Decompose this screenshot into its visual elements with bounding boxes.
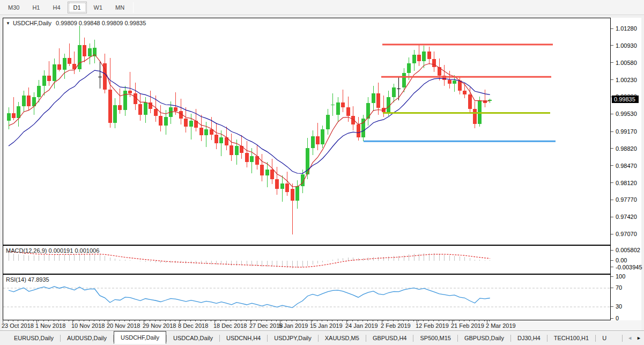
timeframe-toolbar: M30H1H4D1W1MN	[0, 0, 644, 15]
chart-tab-gbpusd-h4[interactable]: GBPUSD,H4	[366, 333, 413, 344]
macd-axis-label-tick	[611, 250, 613, 251]
price-axis-label: 1.01280	[616, 25, 637, 32]
macd-label: MACD(12,26,9) 0.000191 0.001006	[6, 247, 99, 254]
timeframe-button-h4[interactable]: H4	[47, 2, 66, 13]
chart-tab-u[interactable]: U	[596, 333, 608, 344]
price-axis-label-tick	[611, 148, 613, 149]
rsi-axis-label-tick	[611, 318, 613, 319]
price-axis-label-tick	[611, 234, 613, 234]
price-axis-label-tick	[611, 114, 613, 114]
chart-tab-sp500-m15[interactable]: SP500,M15	[413, 333, 457, 344]
chart-tab-xauusd-m5[interactable]: XAUUSD,M5	[319, 333, 366, 344]
price-axis-label: 0.99530	[616, 111, 637, 117]
timeframe-button-h1[interactable]: H1	[26, 2, 46, 13]
timeframe-button-m30[interactable]: M30	[2, 2, 25, 13]
tab-nav-separator	[622, 335, 623, 342]
price-axis-label-tick	[611, 200, 613, 200]
date-axis-label: 29 Nov 2018	[143, 322, 176, 329]
rsi-axis[interactable]: 10070300	[611, 274, 641, 320]
chart-tab-eurusd-daily[interactable]: EURUSD,Daily	[8, 333, 60, 344]
date-axis-label: 5 Jan 2019	[279, 322, 308, 329]
date-axis-label: 21 Feb 2019	[451, 322, 484, 329]
price-axis-label-tick	[611, 217, 613, 217]
price-axis-label-tick	[611, 131, 613, 132]
chart-title: ▼USDCHF,Daily0.99809 0.99848 0.99809 0.9…	[6, 20, 146, 26]
date-axis-label: 23 Oct 2018	[2, 322, 34, 329]
date-axis-label: 2 Feb 2019	[381, 322, 411, 329]
price-axis-label-tick	[611, 45, 613, 46]
date-axis-label: 27 Dec 2018	[249, 322, 283, 329]
price-axis-label: 1.00580	[616, 60, 637, 66]
chart-tab-usdchf-daily[interactable]: USDCHF,Daily	[114, 331, 166, 344]
macd-axis-label-tick	[611, 260, 613, 261]
price-axis-label-tick	[611, 62, 613, 63]
date-axis-label: 18 Dec 2018	[213, 322, 247, 329]
price-axis-label-tick	[611, 79, 613, 80]
rsi-indicator-pane[interactable]: RSI(14) 47.8935	[3, 274, 611, 320]
price-axis-label: 0.98120	[616, 180, 637, 186]
tab-scroll-right-icon[interactable]: ►	[635, 334, 642, 342]
price-axis-label-tick	[611, 165, 613, 166]
price-axis-label: 0.97770	[616, 196, 637, 203]
chart-ohlc-values: 0.99809 0.99848 0.99809 0.99835	[56, 20, 146, 26]
price-axis-label-tick	[611, 28, 613, 29]
chart-tab-usdcad-daily[interactable]: USDCAD,Daily	[167, 333, 219, 344]
macd-axis-label: 0.00	[616, 257, 627, 263]
rsi-axis-label: 30	[616, 303, 622, 310]
rsi-axis-label: 70	[616, 284, 622, 291]
timeframe-button-d1[interactable]: D1	[68, 2, 87, 13]
tab-scroll-left-icon[interactable]: ◄	[626, 334, 633, 342]
chart-tab-bar: EURUSD,DailyAUDUSD,DailyUSDCHF,DailyUSDC…	[0, 332, 644, 345]
chart-symbol-label: USDCHF,Daily	[13, 20, 51, 26]
price-chart-canvas[interactable]	[3, 18, 610, 245]
collapse-arrow-icon[interactable]: ▼	[6, 21, 10, 26]
date-axis-label: 15 Jan 2019	[310, 322, 343, 329]
price-axis-label: 1.00230	[616, 77, 637, 83]
timeframe-button-w1[interactable]: W1	[88, 2, 109, 13]
price-chart-pane[interactable]: ▼USDCHF,Daily0.99809 0.99848 0.99809 0.9…	[3, 18, 611, 245]
date-axis-label: 24 Jan 2019	[345, 322, 378, 329]
price-axis-label: 1.00930	[616, 42, 637, 49]
current-price-box: 0.99835	[612, 96, 639, 103]
date-axis-label: 1 Nov 2018	[35, 322, 65, 329]
date-axis-label: 8 Dec 2018	[178, 322, 208, 329]
macd-axis-label-tick	[611, 267, 613, 267]
tab-scroll-nav: ◄►	[622, 334, 642, 342]
price-axis-label: 0.99170	[616, 128, 637, 135]
rsi-axis-label: 100	[616, 273, 625, 280]
macd-axis[interactable]: 0.0058020.00-0.003945	[611, 245, 641, 274]
date-axis-label: 20 Nov 2018	[107, 322, 140, 329]
price-axis-label: 0.98470	[616, 163, 637, 169]
date-axis-label: 10 Nov 2018	[71, 322, 105, 329]
price-axis-label-tick	[611, 182, 613, 183]
chart-tab-usdjpy-daily[interactable]: USDJPY,Daily	[268, 333, 318, 344]
macd-indicator-pane[interactable]: MACD(12,26,9) 0.000191 0.001006	[3, 245, 611, 274]
price-axis[interactable]: 1.012801.009301.005801.002300.998800.995…	[611, 18, 641, 245]
date-axis-label: 12 Feb 2019	[416, 322, 449, 329]
rsi-label: RSI(14) 47.8935	[6, 276, 49, 283]
rsi-canvas[interactable]	[3, 275, 610, 320]
price-axis-label: 0.97070	[616, 231, 637, 237]
macd-axis-label: -0.003945	[616, 264, 642, 270]
chart-tab-dj30-h4[interactable]: DJ30,H4	[511, 333, 547, 344]
chart-tab-tech100-h1[interactable]: TECH100,H1	[547, 333, 595, 344]
date-axis-label: 2 Mar 2019	[486, 322, 516, 329]
rsi-axis-label-tick	[611, 288, 613, 288]
rsi-axis-label-tick	[611, 306, 613, 307]
chart-tab-gbpusd-daily[interactable]: GBPUSD,Daily	[458, 333, 510, 344]
price-axis-label: 0.97420	[616, 214, 637, 220]
chart-tab-audusd-daily[interactable]: AUDUSD,Daily	[61, 333, 113, 344]
date-axis[interactable]: 23 Oct 20181 Nov 201810 Nov 201820 Nov 2…	[3, 320, 641, 331]
chart-tab-usdcnh-h4[interactable]: USDCNH,H4	[220, 333, 267, 344]
price-axis-label: 0.98820	[616, 145, 637, 152]
rsi-axis-label-tick	[611, 276, 613, 277]
toolbar-separator	[133, 2, 134, 13]
timeframe-button-mn[interactable]: MN	[109, 2, 130, 13]
macd-axis-label: 0.005802	[616, 247, 640, 253]
